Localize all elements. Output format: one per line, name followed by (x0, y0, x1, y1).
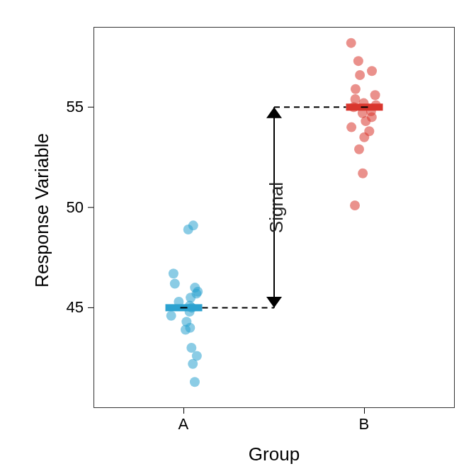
data-point (354, 144, 364, 154)
signal-annotation: Signal (266, 165, 288, 250)
data-point (351, 84, 361, 94)
data-point (350, 200, 360, 210)
x-tick-label: A (178, 415, 189, 434)
data-point (355, 70, 365, 80)
data-point (346, 38, 356, 48)
data-point (190, 283, 200, 293)
data-point (351, 94, 361, 104)
data-point (353, 56, 363, 66)
data-point (169, 268, 178, 278)
y-axis-label: Response Variable (31, 118, 53, 302)
data-point (186, 343, 196, 353)
data-point (188, 220, 198, 230)
y-tick-label: 50 (67, 198, 84, 217)
y-tick-label: 55 (67, 98, 84, 116)
chart-figure: Response Variable Group Signal 455055AB (0, 0, 476, 476)
x-tick-label: B (359, 415, 370, 434)
arrowhead-icon (266, 297, 282, 307)
plot-svg (0, 0, 476, 476)
data-point (170, 278, 180, 288)
x-axis-label: Group (94, 443, 455, 465)
y-tick-label: 45 (67, 298, 84, 317)
data-point (181, 317, 191, 327)
data-point (166, 311, 176, 321)
data-point (370, 90, 380, 100)
data-point (190, 377, 200, 387)
arrowhead-icon (266, 107, 282, 118)
data-point (346, 123, 356, 132)
data-point (364, 126, 374, 136)
data-point (367, 66, 377, 76)
data-point (358, 169, 368, 178)
